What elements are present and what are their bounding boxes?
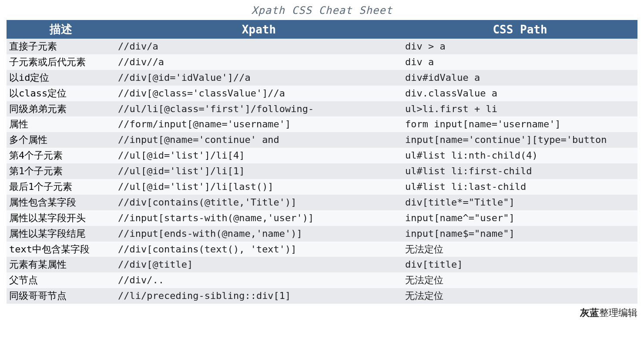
cell-desc: 同级哥哥节点 bbox=[7, 288, 115, 304]
cell-xpath: //div[contains(text(), 'text')] bbox=[115, 242, 402, 257]
table-row: 最后1个子元素//ul[@id='list']/li[last()]ul#lis… bbox=[7, 179, 637, 195]
header-css: CSS Path bbox=[402, 20, 637, 39]
table-header-row: 描述 Xpath CSS Path bbox=[7, 20, 637, 39]
cell-desc: 元素有某属性 bbox=[7, 257, 115, 272]
cell-css: div#idValue a bbox=[402, 70, 637, 86]
cell-css: input[name^="user"] bbox=[402, 210, 637, 226]
cell-xpath: //div[@class='classValue']//a bbox=[115, 86, 402, 101]
header-xpath: Xpath bbox=[115, 20, 402, 39]
cell-css: div a bbox=[402, 54, 637, 70]
cell-desc: 属性 bbox=[7, 116, 115, 132]
cell-desc: 第1个子元素 bbox=[7, 163, 115, 179]
table-row: 元素有某属性//div[@title]div[title] bbox=[7, 257, 637, 272]
cell-xpath: //div[@id='idValue']//a bbox=[115, 70, 402, 86]
header-desc: 描述 bbox=[7, 20, 115, 39]
footer-rest: 整理编辑 bbox=[599, 307, 637, 318]
cell-xpath: //div/a bbox=[115, 39, 402, 54]
cell-desc: 属性以某字段开头 bbox=[7, 210, 115, 226]
table-row: 子元素或后代元素//div//adiv a bbox=[7, 54, 637, 70]
table-row: 同级弟弟元素//ul/li[@class='first']/following-… bbox=[7, 101, 637, 117]
table-row: 以id定位//div[@id='idValue']//adiv#idValue … bbox=[7, 70, 637, 86]
cell-desc: 以class定位 bbox=[7, 86, 115, 101]
cell-xpath: //input[starts-with(@name,'user')] bbox=[115, 210, 402, 226]
cell-xpath: //div[contains(@title,'Title')] bbox=[115, 195, 402, 210]
table-row: text中包含某字段//div[contains(text(), 'text')… bbox=[7, 242, 637, 257]
cell-xpath: //div[@title] bbox=[115, 257, 402, 272]
table-row: 多个属性//input[@name='continue' andinput[na… bbox=[7, 132, 637, 148]
cell-xpath: //ul[@id='list']/li[4] bbox=[115, 148, 402, 163]
cell-css: ul#list li:first-child bbox=[402, 163, 637, 179]
table-row: 第4个子元素//ul[@id='list']/li[4]ul#list li:n… bbox=[7, 148, 637, 163]
table-row: 属性//form/input[@name='username']form inp… bbox=[7, 116, 637, 132]
cell-css: ul>li.first + li bbox=[402, 101, 637, 117]
table-row: 父节点//div/..无法定位 bbox=[7, 272, 637, 288]
table-row: 属性以某字段开头//input[starts-with(@name,'user'… bbox=[7, 210, 637, 226]
cell-desc: 属性包含某字段 bbox=[7, 195, 115, 210]
table-row: 直接子元素//div/adiv > a bbox=[7, 39, 637, 54]
cell-css: input[name$="name"] bbox=[402, 226, 637, 242]
cell-desc: 直接子元素 bbox=[7, 39, 115, 54]
cell-css: div[title*="Title"] bbox=[402, 195, 637, 210]
table-row: 第1个子元素//ul[@id='list']/li[1]ul#list li:f… bbox=[7, 163, 637, 179]
cell-css: ul#list li:nth-child(4) bbox=[402, 148, 637, 163]
cell-xpath: //div//a bbox=[115, 54, 402, 70]
cell-css: 无法定位 bbox=[402, 242, 637, 257]
cell-css: 无法定位 bbox=[402, 288, 637, 304]
cell-css: div > a bbox=[402, 39, 637, 54]
cell-xpath: //ul[@id='list']/li[last()] bbox=[115, 179, 402, 195]
page-title: Xpath CSS Cheat Sheet bbox=[7, 4, 637, 17]
table-row: 同级哥哥节点//li/preceding-sibling::div[1]无法定位 bbox=[7, 288, 637, 304]
cell-xpath: //input[@name='continue' and bbox=[115, 132, 402, 148]
cell-desc: 最后1个子元素 bbox=[7, 179, 115, 195]
table-row: 以class定位//div[@class='classValue']//adiv… bbox=[7, 86, 637, 101]
cell-xpath: //input[ends-with(@name,'name')] bbox=[115, 226, 402, 242]
cell-desc: 属性以某字段结尾 bbox=[7, 226, 115, 242]
cell-css: div.classValue a bbox=[402, 86, 637, 101]
table-body: 直接子元素//div/adiv > a子元素或后代元素//div//adiv a… bbox=[7, 39, 637, 304]
table-row: 属性以某字段结尾//input[ends-with(@name,'name')]… bbox=[7, 226, 637, 242]
cell-xpath: //form/input[@name='username'] bbox=[115, 116, 402, 132]
cell-css: div[title] bbox=[402, 257, 637, 272]
cell-desc: 子元素或后代元素 bbox=[7, 54, 115, 70]
cell-xpath: //li/preceding-sibling::div[1] bbox=[115, 288, 402, 304]
cell-desc: 第4个子元素 bbox=[7, 148, 115, 163]
cell-css: ul#list li:last-child bbox=[402, 179, 637, 195]
cell-desc: 同级弟弟元素 bbox=[7, 101, 115, 117]
cell-css: input[name='continue'][type='button bbox=[402, 132, 637, 148]
footer-author: 灰蓝 bbox=[580, 307, 599, 318]
cell-css: form input[name='username'] bbox=[402, 116, 637, 132]
cell-desc: 父节点 bbox=[7, 272, 115, 288]
footer-credit: 灰蓝整理编辑 bbox=[7, 306, 637, 319]
cell-desc: text中包含某字段 bbox=[7, 242, 115, 257]
table-row: 属性包含某字段//div[contains(@title,'Title')]di… bbox=[7, 195, 637, 210]
cell-xpath: //ul/li[@class='first']/following- bbox=[115, 101, 402, 117]
cell-css: 无法定位 bbox=[402, 272, 637, 288]
cell-desc: 多个属性 bbox=[7, 132, 115, 148]
cell-xpath: //ul[@id='list']/li[1] bbox=[115, 163, 402, 179]
cheat-sheet-table: 描述 Xpath CSS Path 直接子元素//div/adiv > a子元素… bbox=[7, 20, 637, 304]
cell-desc: 以id定位 bbox=[7, 70, 115, 86]
cell-xpath: //div/.. bbox=[115, 272, 402, 288]
